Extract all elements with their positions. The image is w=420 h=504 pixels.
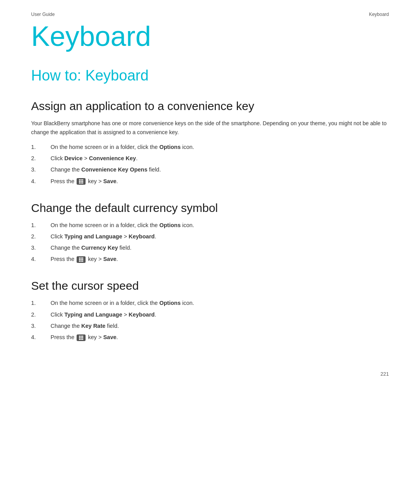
step-num: 1.: [31, 221, 51, 230]
section-howto: How to: Keyboard: [31, 67, 389, 84]
step-content: Change the Convenience Key Opens field.: [51, 165, 389, 174]
step-num: 4.: [31, 333, 51, 342]
table-row: 2. Click Typing and Language > Keyboard.: [31, 310, 389, 319]
step-content: Press the key > Save.: [51, 255, 389, 264]
step-content: Press the key > Save.: [51, 177, 389, 186]
page-title: Keyboard: [31, 21, 389, 52]
step-num: 3.: [31, 243, 51, 252]
table-row: 1. On the home screen or in a folder, cl…: [31, 299, 389, 308]
table-row: 2. Click Typing and Language > Keyboard.: [31, 232, 389, 241]
page-footer: 221: [380, 371, 389, 377]
step-content: Click Typing and Language > Keyboard.: [51, 310, 389, 319]
menu-key-icon: [77, 178, 86, 185]
step-content: On the home screen or in a folder, click…: [51, 221, 389, 230]
table-row: 3. Change the Key Rate field.: [31, 322, 389, 331]
assign-intro: Your BlackBerry smartphone has one or mo…: [31, 119, 389, 136]
page-number: 221: [380, 371, 389, 377]
howto-title: How to: Keyboard: [31, 67, 389, 84]
step-content: Click Device > Convenience Key.: [51, 154, 389, 163]
section-cursor: Set the cursor speed 1. On the home scre…: [31, 279, 389, 342]
step-num: 2.: [31, 232, 51, 241]
step-num: 3.: [31, 165, 51, 174]
cursor-title: Set the cursor speed: [31, 279, 389, 292]
step-num: 2.: [31, 154, 51, 163]
step-num: 3.: [31, 322, 51, 331]
currency-title: Change the default currency symbol: [31, 201, 389, 215]
step-content: Change the Key Rate field.: [51, 322, 389, 331]
step-num: 2.: [31, 310, 51, 319]
section-currency: Change the default currency symbol 1. On…: [31, 201, 389, 264]
step-content: Press the key > Save.: [51, 333, 389, 342]
assign-steps: 1. On the home screen or in a folder, cl…: [31, 143, 389, 186]
table-row: 1. On the home screen or in a folder, cl…: [31, 143, 389, 152]
table-row: 1. On the home screen or in a folder, cl…: [31, 221, 389, 230]
header-bar: User Guide Keyboard: [31, 12, 389, 17]
step-num: 1.: [31, 299, 51, 308]
table-row: 4. Press the key > Save.: [31, 177, 389, 186]
cursor-steps: 1. On the home screen or in a folder, cl…: [31, 299, 389, 342]
step-num: 4.: [31, 255, 51, 264]
step-content: On the home screen or in a folder, click…: [51, 143, 389, 152]
page-container: User Guide Keyboard Keyboard How to: Key…: [0, 0, 420, 388]
table-row: 4. Press the key > Save.: [31, 333, 389, 342]
table-row: 4. Press the key > Save.: [31, 255, 389, 264]
table-row: 2. Click Device > Convenience Key.: [31, 154, 389, 163]
section-assign: Assign an application to a convenience k…: [31, 100, 389, 186]
currency-steps: 1. On the home screen or in a folder, cl…: [31, 221, 389, 264]
step-content: On the home screen or in a folder, click…: [51, 299, 389, 308]
step-num: 4.: [31, 177, 51, 186]
header-left: User Guide: [31, 12, 55, 17]
header-right: Keyboard: [369, 12, 389, 17]
step-num: 1.: [31, 143, 51, 152]
menu-key-icon: [77, 334, 86, 341]
table-row: 3. Change the Convenience Key Opens fiel…: [31, 165, 389, 174]
menu-key-icon: [77, 256, 86, 263]
assign-title: Assign an application to a convenience k…: [31, 100, 389, 113]
table-row: 3. Change the Currency Key field.: [31, 243, 389, 252]
step-content: Click Typing and Language > Keyboard.: [51, 232, 389, 241]
step-content: Change the Currency Key field.: [51, 243, 389, 252]
